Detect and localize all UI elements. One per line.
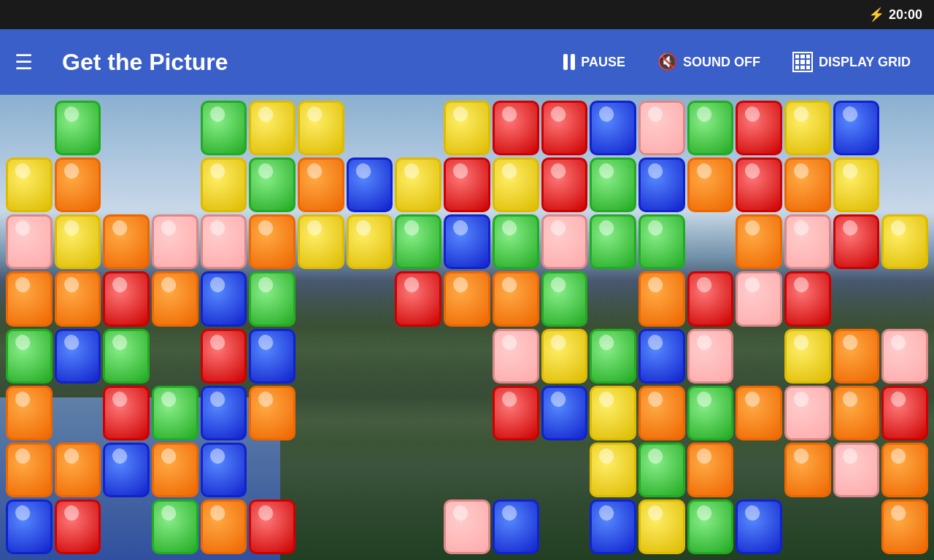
tile[interactable]	[541, 271, 588, 326]
tile[interactable]	[541, 214, 588, 269]
tile[interactable]	[249, 158, 296, 212]
tile[interactable]	[493, 329, 539, 384]
tile[interactable]	[395, 443, 441, 497]
tile[interactable]	[590, 101, 636, 155]
tile[interactable]	[152, 101, 198, 155]
tile[interactable]	[444, 499, 490, 554]
pause-button[interactable]: PAUSE	[555, 48, 634, 76]
tile[interactable]	[444, 386, 490, 440]
tile[interactable]	[298, 499, 344, 554]
tile[interactable]	[493, 499, 539, 554]
tile[interactable]	[395, 158, 441, 212]
tile[interactable]	[638, 214, 685, 269]
tile[interactable]	[541, 386, 588, 440]
tile[interactable]	[347, 443, 393, 497]
tile[interactable]	[590, 214, 636, 269]
tile[interactable]	[736, 214, 782, 269]
tile[interactable]	[833, 329, 880, 384]
tile[interactable]	[298, 386, 344, 440]
tile[interactable]	[833, 214, 880, 269]
tile[interactable]	[6, 271, 53, 326]
tile[interactable]	[881, 443, 928, 497]
tile[interactable]	[103, 386, 150, 440]
tile[interactable]	[493, 101, 539, 155]
tile[interactable]	[881, 158, 928, 212]
tile[interactable]	[152, 214, 198, 269]
tile[interactable]	[736, 158, 782, 212]
tile[interactable]	[6, 214, 53, 269]
tile[interactable]	[833, 158, 880, 212]
tile[interactable]	[784, 499, 831, 554]
tile[interactable]	[55, 386, 101, 440]
menu-icon[interactable]: ☰	[15, 50, 33, 74]
tile[interactable]	[687, 214, 734, 269]
tile[interactable]	[541, 158, 588, 212]
tile[interactable]	[6, 158, 53, 212]
tile[interactable]	[249, 499, 296, 554]
tile[interactable]	[881, 386, 928, 440]
tile[interactable]	[833, 443, 880, 497]
tile[interactable]	[687, 386, 734, 440]
tile[interactable]	[590, 271, 636, 326]
tile[interactable]	[395, 214, 441, 269]
tile[interactable]	[687, 443, 734, 497]
tile[interactable]	[249, 271, 296, 326]
tile[interactable]	[347, 499, 393, 554]
tile[interactable]	[347, 386, 393, 440]
tile[interactable]	[736, 271, 782, 326]
tile[interactable]	[687, 158, 734, 212]
tile[interactable]	[249, 101, 296, 155]
tile[interactable]	[103, 158, 150, 212]
tile[interactable]	[590, 158, 636, 212]
tile[interactable]	[152, 158, 198, 212]
tile[interactable]	[6, 386, 53, 440]
tile[interactable]	[784, 386, 831, 440]
tile[interactable]	[103, 443, 150, 497]
tile[interactable]	[444, 101, 490, 155]
tile[interactable]	[55, 499, 101, 554]
tile[interactable]	[590, 329, 636, 384]
tile[interactable]	[784, 214, 831, 269]
tile[interactable]	[784, 158, 831, 212]
tile[interactable]	[638, 158, 685, 212]
tile[interactable]	[347, 214, 393, 269]
tile[interactable]	[201, 158, 247, 212]
tile[interactable]	[152, 386, 198, 440]
tile[interactable]	[881, 329, 928, 384]
tile[interactable]	[347, 158, 393, 212]
tile[interactable]	[152, 271, 198, 326]
tile[interactable]	[55, 214, 101, 269]
tile[interactable]	[687, 101, 734, 155]
tile[interactable]	[249, 329, 296, 384]
tile[interactable]	[103, 329, 150, 384]
tile[interactable]	[541, 499, 588, 554]
tile[interactable]	[249, 386, 296, 440]
tile[interactable]	[298, 329, 344, 384]
tile[interactable]	[201, 101, 247, 155]
tile[interactable]	[493, 271, 539, 326]
tile[interactable]	[201, 386, 247, 440]
tile[interactable]	[541, 101, 588, 155]
tile[interactable]	[55, 158, 101, 212]
tile[interactable]	[638, 329, 685, 384]
tile[interactable]	[638, 101, 685, 155]
tile[interactable]	[6, 499, 53, 554]
tile[interactable]	[201, 499, 247, 554]
tile[interactable]	[784, 101, 831, 155]
tile[interactable]	[6, 101, 53, 155]
tile[interactable]	[881, 271, 928, 326]
tile[interactable]	[152, 443, 198, 497]
tile[interactable]	[103, 101, 150, 155]
tile[interactable]	[298, 271, 344, 326]
tile[interactable]	[736, 443, 782, 497]
tile[interactable]	[881, 214, 928, 269]
tile[interactable]	[444, 443, 490, 497]
tile[interactable]	[6, 329, 53, 384]
tile[interactable]	[687, 271, 734, 326]
tile[interactable]	[881, 101, 928, 155]
tile[interactable]	[298, 101, 344, 155]
tile[interactable]	[590, 386, 636, 440]
tile[interactable]	[784, 271, 831, 326]
tile[interactable]	[444, 329, 490, 384]
tile[interactable]	[347, 271, 393, 326]
